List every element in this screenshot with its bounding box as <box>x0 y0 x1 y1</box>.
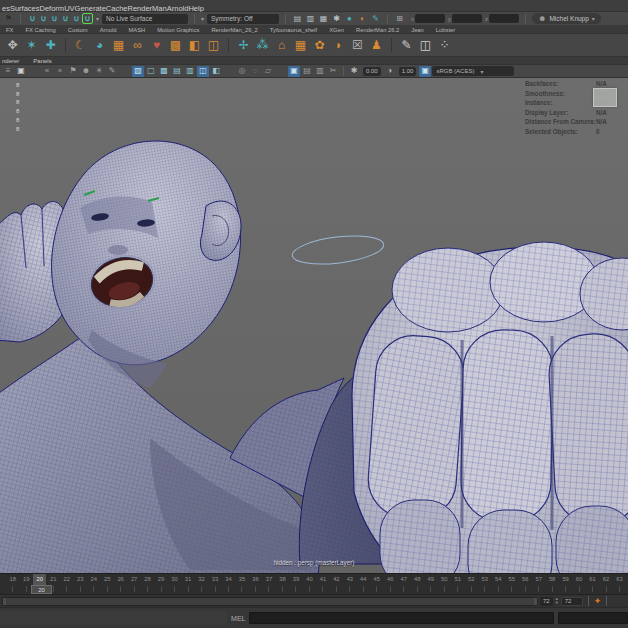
gamma-field[interactable]: 1.00 <box>399 67 417 76</box>
timeline-frame[interactable]: 51 <box>451 574 464 594</box>
timeline-frame[interactable]: 45 <box>370 574 383 594</box>
timeline-frame[interactable]: 44 <box>357 574 370 594</box>
shelf-icon[interactable] <box>228 38 229 52</box>
user-account-chip[interactable]: ☻ Michel Knupp ▾ <box>532 13 601 24</box>
icon-paint-effects[interactable]: ✎ <box>370 13 381 24</box>
shelf-tab[interactable]: FX <box>6 27 13 33</box>
timeline-frame[interactable]: 49 <box>424 574 437 594</box>
panel-menu-item[interactable]: Panels <box>33 58 51 64</box>
vp-icon-key-left[interactable]: « <box>41 66 53 77</box>
timeline-frame[interactable]: 43 <box>343 574 356 594</box>
character-model[interactable] <box>0 78 628 573</box>
axis-input[interactable] <box>489 14 519 23</box>
viewport-3d[interactable]: 888888 Backfaces: N/A Smoothness: N/A In… <box>0 78 628 573</box>
shelf-icon-mirror-panels[interactable]: ◫ <box>417 37 434 54</box>
shelf-tab[interactable]: Custom <box>68 27 88 33</box>
shelf-icon-measure-dots[interactable]: ⁘ <box>436 37 453 54</box>
shelf-icon-mesh-square[interactable]: ▩ <box>167 37 184 54</box>
vp-icon-menu-grip[interactable]: ≡ <box>2 66 14 77</box>
timeline-frame[interactable]: 40 <box>303 574 316 594</box>
exposure-field[interactable]: 0.00 <box>363 67 381 76</box>
timeline-frame[interactable]: 57 <box>532 574 545 594</box>
shelf-icon-crescent[interactable]: ☾ <box>72 37 89 54</box>
shelf-icon-scatter-bug[interactable]: ✢ <box>235 37 252 54</box>
color-management-icon[interactable]: ▣ <box>419 66 431 77</box>
shelf-icon-panel-grid[interactable]: ▦ <box>110 37 127 54</box>
mel-input[interactable] <box>249 612 554 624</box>
viewport-icon[interactable] <box>223 66 235 77</box>
timeline-frame[interactable]: 56 <box>518 574 531 594</box>
axis-input[interactable] <box>452 14 482 23</box>
chevron-down-icon[interactable]: ▾ <box>96 15 99 22</box>
view-transform-dropdown[interactable]: sRGB (ACES) ▾ <box>432 66 514 76</box>
timeline-frame[interactable]: 50 <box>438 574 451 594</box>
timeline-frame[interactable]: 48 <box>411 574 424 594</box>
shelf-icon-grid-plane[interactable]: ▦ <box>292 37 309 54</box>
vp-icon-film-gate[interactable]: ▤ <box>301 66 313 77</box>
vp-icon-motion-blur[interactable]: ◧ <box>210 66 222 77</box>
vp-icon-resolution-gate[interactable]: ▥ <box>314 66 326 77</box>
chevron-down-icon[interactable]: ▾ <box>201 15 204 22</box>
timeline-frame[interactable]: 47 <box>397 574 410 594</box>
vp-icon-shadows-display[interactable]: ▥ <box>184 66 196 77</box>
viewport-icon[interactable] <box>28 66 40 77</box>
icon-snap-view[interactable]: ∪ <box>71 13 82 24</box>
axis-input[interactable] <box>415 14 445 23</box>
shelf-icon[interactable] <box>391 38 392 52</box>
shelf-icon-person[interactable]: ♟ <box>368 37 385 54</box>
mel-label[interactable]: MEL <box>231 615 245 622</box>
icon-snap-center[interactable]: ∪ <box>82 13 93 24</box>
vp-icon-key-right[interactable]: » <box>54 66 66 77</box>
vp-icon-shaded-display[interactable]: ▧ <box>132 66 144 77</box>
vp-icon-textured-display[interactable]: ▩ <box>158 66 170 77</box>
shelf-icon-joint-tool[interactable]: ✶ <box>23 37 40 54</box>
timeline-frame[interactable]: 24 <box>87 574 100 594</box>
shelf-tab[interactable]: FX Caching <box>25 27 55 33</box>
timeline-frame[interactable]: 35 <box>235 574 248 594</box>
icon-snap-plane[interactable]: ∪ <box>60 13 71 24</box>
shelf-tab[interactable]: Tyfoonaurus_shelf <box>270 27 317 33</box>
timeline-frame[interactable]: 46 <box>384 574 397 594</box>
timeline-frame[interactable]: 26 <box>114 574 127 594</box>
range-handle[interactable] <box>3 598 537 605</box>
shelf-tab[interactable]: Lobster <box>436 27 455 33</box>
vp-icon-xray[interactable]: ◌ <box>249 66 261 77</box>
timeline-frame[interactable]: 37 <box>262 574 275 594</box>
timeline-frame[interactable]: 59 <box>559 574 572 594</box>
shelf-icon[interactable] <box>65 38 66 52</box>
timeline-frame[interactable]: 18 <box>6 574 19 594</box>
live-surface-field[interactable]: No Live Surface <box>102 14 188 24</box>
timeline-frame[interactable]: 54 <box>491 574 504 594</box>
current-frame-indicator[interactable]: 20 <box>31 585 52 594</box>
icon-render-sequence[interactable]: ▦ <box>318 13 329 24</box>
timeline-frame[interactable]: 22 <box>60 574 73 594</box>
shelf-tab[interactable]: RenderMan_26_2 <box>211 27 257 33</box>
timeline-frame[interactable]: 52 <box>464 574 477 594</box>
icon-render-view[interactable]: ▤ <box>292 13 303 24</box>
shelf-tab[interactable]: Arnold <box>100 27 117 33</box>
timeline-frame[interactable]: 58 <box>545 574 558 594</box>
timeline-frame[interactable]: 23 <box>73 574 86 594</box>
vp-icon-light-bulb[interactable]: ☀ <box>93 66 105 77</box>
vp-icon-wireframe-display[interactable]: ▢ <box>145 66 157 77</box>
exposure-icon[interactable]: ✱ <box>348 66 360 77</box>
range-slider[interactable] <box>2 597 538 606</box>
icon-hypershade[interactable]: ● <box>344 13 355 24</box>
timeline-frame[interactable]: 29 <box>154 574 167 594</box>
layout-grid-icon[interactable]: ⊞ <box>394 13 405 24</box>
shelf-icon-house[interactable]: ⌂ <box>273 37 290 54</box>
time-slider[interactable]: 1819202122232425262728293031323334353637… <box>0 573 628 594</box>
shelf-icon-tool-handle[interactable]: ✥ <box>4 37 21 54</box>
timeline-frame[interactable]: 36 <box>249 574 262 594</box>
timeline-frame[interactable]: 42 <box>330 574 343 594</box>
timeline-frame[interactable]: 38 <box>276 574 289 594</box>
shelf-tab[interactable]: XGen <box>329 27 344 33</box>
timeline-frame[interactable]: 39 <box>289 574 302 594</box>
model-fist[interactable] <box>352 242 628 573</box>
shelf-tab[interactable]: Jean <box>411 27 424 33</box>
panel-menu-item[interactable]: nderer <box>2 58 19 64</box>
vp-icon-screen-ao[interactable]: ◫ <box>197 66 209 77</box>
gamma-icon[interactable]: ◑ <box>384 66 396 77</box>
icon-light-editor[interactable]: ◐ <box>357 13 368 24</box>
shelf-tab[interactable]: Motion Graphics <box>157 27 199 33</box>
